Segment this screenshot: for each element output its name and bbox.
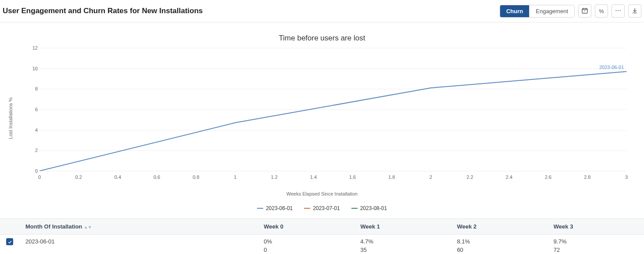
chart-plot[interactable]: 02468101200.20.40.60.811.21.41.61.822.22…: [39, 48, 626, 171]
col-week-1[interactable]: Week 1: [354, 219, 451, 235]
legend-label: 2023-06-01: [266, 205, 293, 211]
chart-legend: 2023-06-012023-07-012023-08-01: [4, 205, 640, 211]
x-tick: 2.6: [545, 174, 551, 180]
chart-area: Time before users are lost Lost Installa…: [0, 22, 644, 216]
col-week-0[interactable]: Week 0: [258, 219, 354, 235]
calendar-button[interactable]: 7: [578, 4, 591, 18]
cell-week-1: 4.7% 35: [354, 235, 451, 254]
x-tick: 0.6: [154, 174, 160, 180]
y-tick: 2: [27, 148, 38, 153]
col-week-2[interactable]: Week 2: [451, 219, 547, 235]
page-title: User Engagement and Churn Rates for New …: [3, 7, 203, 15]
grid-line: [39, 171, 626, 171]
x-axis-label: Weeks Elapsed Since Installation: [4, 191, 640, 196]
legend-swatch: [257, 208, 263, 209]
cell-month: 2023-06-01: [19, 235, 258, 254]
legend-label: 2023-08-01: [360, 205, 387, 211]
legend-swatch: [351, 208, 358, 209]
svg-point-7: [620, 10, 621, 11]
x-tick: 2.2: [467, 174, 473, 180]
download-button[interactable]: [628, 4, 641, 18]
legend-item[interactable]: 2023-06-01: [257, 205, 293, 211]
table-row: 2023-06-01 0% 0 4.7% 35 8.1% 60: [0, 235, 644, 254]
row-checkbox[interactable]: [6, 238, 13, 245]
percent-icon: %: [599, 8, 604, 15]
svg-point-5: [615, 10, 616, 11]
cell-week-0: 0% 0: [258, 235, 354, 254]
percent-button[interactable]: %: [595, 4, 608, 18]
y-tick: 4: [27, 127, 38, 133]
x-tick: 0.4: [114, 174, 121, 180]
col-month[interactable]: Month Of Installation▲▼: [19, 219, 258, 235]
x-tick: 2.4: [506, 174, 512, 180]
col-week-3[interactable]: Week 3: [547, 219, 644, 235]
y-axis-label: Lost Installations %: [8, 98, 13, 139]
x-tick: 1.2: [271, 174, 278, 180]
y-tick: 10: [27, 66, 38, 71]
y-tick: 8: [27, 86, 38, 91]
cell-week-3: 9.7% 72: [547, 235, 644, 254]
legend-item[interactable]: 2023-08-01: [351, 205, 387, 211]
data-table: Month Of Installation▲▼ Week 0 Week 1 We…: [0, 218, 644, 254]
x-tick: 0.8: [193, 174, 199, 180]
x-tick: 0.2: [75, 174, 82, 180]
legend-swatch: [304, 208, 310, 209]
sort-icon: ▲▼: [84, 225, 92, 229]
download-icon: [631, 7, 638, 15]
x-tick: 3: [625, 174, 628, 180]
x-tick: 2.8: [584, 174, 590, 180]
legend-item[interactable]: 2023-07-01: [304, 205, 340, 211]
x-tick: 0: [38, 174, 41, 180]
header-actions: Churn Engagement 7 %: [500, 4, 641, 18]
y-tick: 12: [27, 45, 38, 51]
y-tick: 6: [27, 107, 38, 112]
x-tick: 2: [429, 174, 432, 180]
svg-text:7: 7: [584, 10, 586, 12]
series-end-label: 2023-06-01: [599, 65, 624, 70]
x-tick: 1.4: [310, 174, 317, 180]
view-toggle: Churn Engagement: [500, 5, 575, 18]
chart-title: Time before users are lost: [4, 34, 640, 43]
tab-engagement[interactable]: Engagement: [529, 5, 574, 17]
x-tick: 1: [234, 174, 236, 180]
svg-point-6: [618, 10, 619, 11]
y-tick: 0: [27, 168, 38, 174]
ellipsis-icon: [615, 7, 622, 15]
tab-churn[interactable]: Churn: [500, 5, 529, 17]
series-line[interactable]: [39, 72, 626, 171]
calendar-icon: 7: [581, 7, 588, 15]
legend-label: 2023-07-01: [313, 205, 340, 211]
x-tick: 1.6: [349, 174, 356, 180]
x-tick: 1.8: [388, 174, 395, 180]
more-button[interactable]: [612, 4, 625, 18]
cell-week-2: 8.1% 60: [451, 235, 547, 254]
